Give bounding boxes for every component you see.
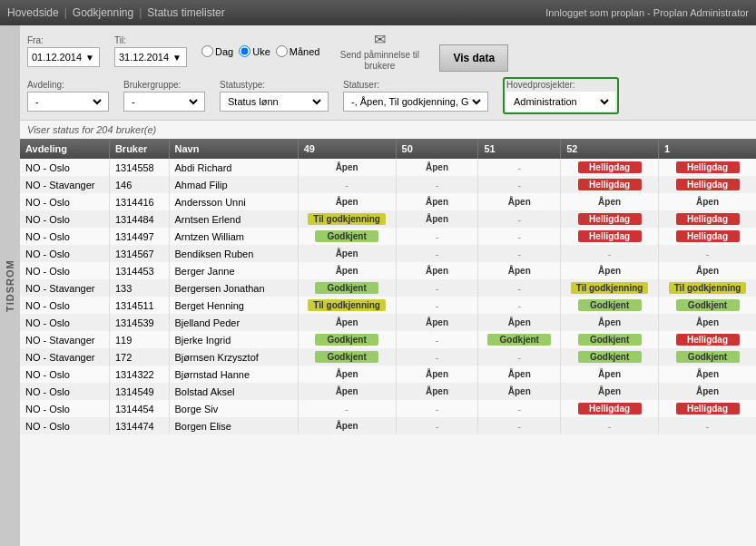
cell-w49: Godkjent: [298, 228, 396, 245]
radio-uke[interactable]: Uke: [239, 45, 270, 57]
cell-dash: -: [608, 421, 612, 432]
table-row[interactable]: NO - Oslo 1314549 Bolstad Aksel Åpen Åpe…: [20, 383, 756, 400]
cell-navn: Bjelland Peder: [169, 314, 298, 331]
cell-w50: -: [396, 348, 478, 366]
table-row[interactable]: NO - Oslo 1314454 Borge Siv - - - Hellig…: [20, 400, 756, 417]
badge-godkjent: Godkjent: [487, 334, 551, 346]
cell-bruker: 146: [109, 176, 169, 193]
table-row[interactable]: NO - Stavanger 172 Bjørnsen Krzysztof Go…: [20, 348, 756, 366]
badge-apen: Åpen: [578, 265, 642, 277]
cell-dash: -: [517, 404, 521, 414]
cell-bruker: 1314497: [109, 228, 169, 245]
radio-dag-input[interactable]: [201, 45, 213, 57]
table-row[interactable]: NO - Oslo 1314322 Bjørnstad Hanne Åpen Å…: [20, 366, 756, 383]
table-row[interactable]: NO - Oslo 1314484 Arntsen Erlend Til god…: [20, 210, 756, 228]
badge-godkjent: Godkjent: [578, 351, 642, 363]
table-row[interactable]: NO - Oslo 1314511 Berget Henning Til god…: [20, 297, 756, 314]
badge-til-godkjenning: Til godkjenning: [669, 282, 747, 294]
radio-maaned-input[interactable]: [276, 45, 288, 57]
table-row[interactable]: NO - Oslo 1314474 Borgen Elise Åpen - - …: [20, 417, 756, 434]
badge-til-godkjenning: Til godkjenning: [571, 282, 649, 294]
cell-dash: -: [517, 352, 521, 363]
period-radio-group[interactable]: Dag Uke Måned: [201, 45, 319, 57]
table-row[interactable]: NO - Stavanger 146 Ahmad Filip - - - Hel…: [20, 176, 756, 193]
table-row[interactable]: NO - Oslo 1314497 Arntzen William Godkje…: [20, 228, 756, 245]
radio-uke-input[interactable]: [239, 45, 250, 57]
cell-w51: -: [478, 245, 561, 262]
cell-w52: Helligdag: [561, 159, 659, 176]
nav-home[interactable]: Hovedside: [7, 6, 59, 19]
cell-navn: Bjørnstad Hanne: [169, 366, 298, 383]
sidebar-label: TIDSROM: [0, 25, 20, 546]
col-header-w1: 1: [659, 139, 756, 159]
cell-w52: Helligdag: [561, 228, 659, 245]
table-row[interactable]: NO - Stavanger 133 Bergersen Jonathan Go…: [20, 279, 756, 297]
col-header-w52: 52: [561, 139, 659, 159]
cell-avdeling: NO - Oslo: [20, 383, 109, 400]
hovedprosjekter-select[interactable]: Administration: [510, 95, 612, 108]
avdeling-select[interactable]: -: [32, 95, 104, 108]
cell-navn: Arntsen Erlend: [169, 210, 298, 228]
vis-data-button[interactable]: Vis data: [439, 44, 508, 72]
badge-apen: Åpen: [405, 213, 468, 225]
radio-dag[interactable]: Dag: [201, 45, 233, 57]
cell-dash: -: [517, 300, 521, 311]
cell-navn: Bolstad Aksel: [169, 383, 298, 400]
statustype-select[interactable]: Status lønn: [224, 95, 324, 108]
nav-godkjenning[interactable]: Godkjenning: [73, 6, 133, 19]
cell-dash: -: [517, 231, 521, 242]
cell-navn: Arntzen William: [169, 228, 298, 245]
to-date-value: 31.12.2014: [119, 52, 169, 63]
badge-apen: Åpen: [487, 368, 551, 380]
cell-dash: -: [608, 249, 612, 259]
statuser-select[interactable]: -, Åpen, Til godkjenning, G: [348, 95, 484, 108]
cell-w1: Åpen: [659, 314, 756, 331]
cell-dash: -: [436, 283, 439, 294]
table-row[interactable]: NO - Oslo 1314539 Bjelland Peder Åpen Åp…: [20, 314, 756, 331]
table-row[interactable]: NO - Oslo 1314567 Bendiksen Ruben Åpen -…: [20, 245, 756, 262]
radio-maaned[interactable]: Måned: [276, 45, 320, 57]
cell-dash: -: [345, 404, 349, 414]
cell-w52: Åpen: [561, 262, 659, 279]
brukergruppe-select[interactable]: -: [128, 95, 201, 108]
cell-w51: Åpen: [478, 193, 561, 210]
cell-w51: Åpen: [478, 262, 561, 279]
cell-w1: -: [659, 245, 756, 262]
cell-dash: -: [345, 180, 349, 190]
table-row[interactable]: NO - Oslo 1314453 Berger Janne Åpen Åpen…: [20, 262, 756, 279]
from-date-input[interactable]: 01.12.2014 ▼: [27, 47, 100, 67]
statuser-label: Statuser:: [343, 80, 488, 90]
cell-avdeling: NO - Oslo: [20, 228, 109, 245]
cell-w1: Helligdag: [659, 331, 756, 348]
cell-w50: Åpen: [396, 314, 478, 331]
hovedprosjekter-dropdown[interactable]: Administration: [506, 92, 615, 112]
cell-bruker: 1314549: [109, 383, 169, 400]
statustype-dropdown[interactable]: Status lønn: [220, 92, 329, 112]
header-nav[interactable]: Hovedside | Godkjenning | Status timelis…: [7, 6, 225, 19]
table-row[interactable]: NO - Oslo 1314558 Abdi Richard Åpen Åpen…: [20, 159, 756, 176]
avdeling-field-group: Avdeling: -: [27, 80, 109, 112]
cell-dash: -: [517, 249, 521, 259]
to-date-input[interactable]: 31.12.2014 ▼: [114, 47, 187, 67]
statuser-dropdown[interactable]: -, Åpen, Til godkjenning, G: [343, 92, 488, 112]
avdeling-dropdown[interactable]: -: [27, 92, 109, 112]
cell-dash: -: [436, 421, 439, 432]
cell-w51: Åpen: [478, 366, 561, 383]
brukergruppe-dropdown[interactable]: -: [123, 92, 205, 112]
table-row[interactable]: NO - Oslo 1314416 Andersson Unni Åpen Åp…: [20, 193, 756, 210]
cell-w52: Helligdag: [561, 210, 659, 228]
cell-w49: -: [298, 176, 396, 193]
cell-avdeling: NO - Stavanger: [20, 348, 109, 366]
badge-helligdag: Helligdag: [676, 230, 740, 242]
badge-til-godkjenning: Til godkjenning: [308, 213, 386, 225]
nav-status[interactable]: Status timelister: [147, 6, 224, 19]
cell-dash: -: [436, 231, 439, 242]
cell-w49: Åpen: [298, 366, 396, 383]
cell-navn: Bendiksen Ruben: [169, 245, 298, 262]
cell-w50: Åpen: [396, 193, 478, 210]
cell-navn: Andersson Unni: [169, 193, 298, 210]
email-section[interactable]: ✉ Send påminnelse til brukere: [334, 31, 425, 72]
table-row[interactable]: NO - Stavanger 119 Bjerke Ingrid Godkjen…: [20, 331, 756, 348]
radio-uke-label: Uke: [252, 46, 270, 57]
cell-w1: Åpen: [659, 383, 756, 400]
